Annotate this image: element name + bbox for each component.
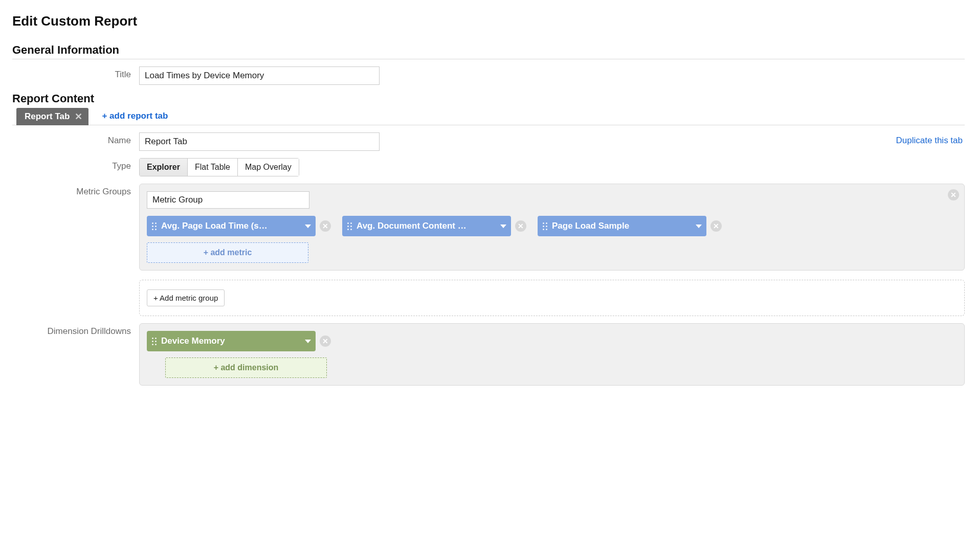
type-map-overlay-button[interactable]: Map Overlay: [238, 158, 299, 176]
section-report-content: Report Content: [12, 92, 965, 105]
name-label: Name: [12, 132, 139, 146]
remove-metric-icon[interactable]: ✕: [320, 220, 331, 232]
type-flat-table-button[interactable]: Flat Table: [188, 158, 238, 176]
remove-dimension-icon[interactable]: ✕: [320, 335, 331, 347]
close-icon[interactable]: ✕: [75, 112, 82, 121]
chevron-down-icon: [300, 221, 316, 231]
chevron-down-icon: [300, 336, 316, 346]
drag-handle-icon[interactable]: [147, 338, 161, 345]
metric-group-panel: ✕ Avg. Page Load Time (s… ✕: [139, 184, 965, 271]
section-general-info: General Information: [12, 43, 965, 57]
add-metric-group-button[interactable]: + Add metric group: [147, 289, 225, 306]
report-tab-strip: Report Tab ✕ + add report tab: [12, 107, 965, 125]
svg-marker-1: [500, 225, 506, 228]
svg-marker-3: [305, 340, 311, 343]
metric-chip-avg-page-load-time[interactable]: Avg. Page Load Time (s…: [147, 216, 316, 236]
metric-groups-label: Metric Groups: [12, 184, 139, 197]
remove-metric-icon[interactable]: ✕: [515, 220, 526, 232]
dimension-chip-device-memory[interactable]: Device Memory: [147, 331, 316, 351]
dimension-drilldowns-panel: Device Memory ✕ + add dimension: [139, 323, 965, 386]
dimension-chip-label: Device Memory: [161, 336, 300, 346]
chevron-down-icon: [691, 221, 706, 231]
tab-name-input[interactable]: [139, 132, 380, 151]
drag-handle-icon[interactable]: [147, 222, 161, 230]
tab-report-tab[interactable]: Report Tab ✕: [16, 108, 88, 125]
metric-group-name-input[interactable]: [147, 191, 309, 209]
title-label: Title: [12, 66, 139, 80]
tab-label: Report Tab: [25, 111, 70, 122]
chevron-down-icon: [496, 221, 511, 231]
add-dimension-button[interactable]: + add dimension: [165, 357, 327, 378]
metric-chip-page-load-sample[interactable]: Page Load Sample: [538, 216, 706, 236]
add-metric-button[interactable]: + add metric: [147, 242, 308, 263]
metric-chip-row: Avg. Page Load Time (s… ✕ Avg. Document …: [147, 216, 957, 263]
dimension-drilldowns-label: Dimension Drilldowns: [12, 323, 139, 337]
title-input[interactable]: [139, 66, 380, 85]
svg-marker-2: [696, 225, 702, 228]
remove-metric-icon[interactable]: ✕: [710, 220, 722, 232]
type-button-group: Explorer Flat Table Map Overlay: [139, 158, 299, 176]
add-report-tab-link[interactable]: + add report tab: [102, 111, 168, 121]
type-label: Type: [12, 158, 139, 171]
type-explorer-button[interactable]: Explorer: [139, 158, 188, 176]
duplicate-tab-link[interactable]: Duplicate this tab: [896, 136, 963, 146]
add-metric-group-panel: + Add metric group: [139, 280, 965, 316]
drag-handle-icon[interactable]: [538, 222, 552, 230]
svg-marker-0: [305, 225, 311, 228]
page-title: Edit Custom Report: [12, 13, 965, 29]
metric-chip-label: Avg. Page Load Time (s…: [161, 221, 300, 231]
drag-handle-icon[interactable]: [342, 222, 357, 230]
divider: [12, 59, 965, 59]
metric-chip-label: Avg. Document Content …: [357, 221, 496, 231]
metric-chip-avg-doc-content[interactable]: Avg. Document Content …: [342, 216, 511, 236]
remove-metric-group-icon[interactable]: ✕: [948, 189, 959, 200]
metric-chip-label: Page Load Sample: [552, 221, 691, 231]
